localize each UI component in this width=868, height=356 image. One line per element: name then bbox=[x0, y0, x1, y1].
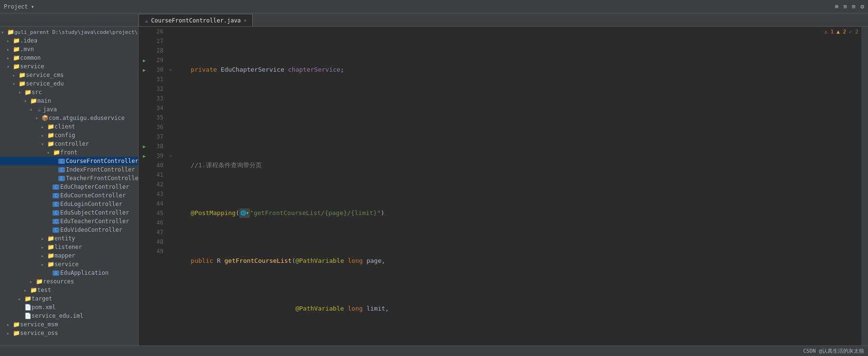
vertical-scrollbar[interactable] bbox=[861, 27, 868, 345]
sidebar-item-config[interactable]: ▸ 📁 config bbox=[0, 131, 138, 140]
sidebar-item-service-edu[interactable]: ▾ 📁 service_edu bbox=[0, 79, 138, 88]
sidebar-item-course-front-controller[interactable]: ▸ C CourseFrontController bbox=[0, 157, 138, 165]
code-line-27 bbox=[174, 113, 861, 122]
sidebar-item-label: .mvn bbox=[20, 46, 34, 53]
tab-bar: ☕ CourseFrontController.java ✕ bbox=[0, 13, 868, 27]
sidebar-item-service[interactable]: ▾ 📁 service bbox=[0, 62, 138, 71]
sidebar-item-label: config bbox=[54, 132, 75, 139]
sidebar-item-controller[interactable]: ▾ 📁 controller bbox=[0, 140, 138, 148]
tab-close-button[interactable]: ✕ bbox=[244, 18, 246, 23]
sidebar-item-label: target bbox=[32, 295, 52, 302]
code-line-30: public R getFrontCourseList(@PathVariabl… bbox=[174, 256, 861, 266]
sidebar-item-label: CourseFrontController bbox=[65, 158, 138, 164]
project-menu[interactable]: Project ▾ bbox=[4, 3, 34, 10]
editor-area: ⚠ 1 ▲ 2 ✓ 2 ▶ ▶ ▶ ▶ bbox=[139, 27, 868, 345]
sidebar-item-common[interactable]: ▸ 📁 common bbox=[0, 54, 138, 62]
sidebar-item-package[interactable]: ▾ 📦 com.atguigu.eduservice bbox=[0, 114, 138, 122]
sidebar-item-edu-login-controller[interactable]: ▸ C EduLoginController bbox=[0, 200, 138, 208]
sidebar-item-label: IndexFrontController bbox=[65, 166, 135, 173]
code-line-28: //1.课程条件查询带分页 bbox=[174, 161, 861, 170]
sidebar-item-edu-chapter-controller[interactable]: ▸ C EduChapterController bbox=[0, 183, 138, 191]
sidebar-item-idea[interactable]: ▸ 📁 .idea bbox=[0, 36, 138, 45]
editor-tab[interactable]: ☕ CourseFrontController.java ✕ bbox=[139, 14, 253, 26]
sidebar-item-src[interactable]: ▾ 📁 src bbox=[0, 88, 138, 97]
run-icon-2[interactable]: ▶ bbox=[143, 67, 146, 73]
error-green-indicator: ✓ 2 bbox=[849, 29, 858, 35]
sidebar-item-entity[interactable]: ▸ 📁 entity bbox=[0, 234, 138, 243]
sidebar-item-label: listener bbox=[54, 244, 82, 250]
layout-icon[interactable]: ≡ bbox=[844, 3, 847, 10]
chevron-down-icon: ▾ bbox=[31, 3, 34, 10]
sidebar-item-label: service bbox=[54, 261, 79, 268]
sidebar-item-resources[interactable]: ▸ 📁 resources bbox=[0, 277, 138, 286]
sidebar-item-label: java bbox=[43, 106, 57, 113]
sidebar-item-label: EduVideoController bbox=[59, 227, 122, 233]
sidebar-item-label: mapper bbox=[54, 252, 75, 259]
sidebar-item-label: EduSubjectController bbox=[59, 209, 129, 216]
java-file-icon: ☕ bbox=[145, 17, 148, 24]
project-label[interactable]: Project bbox=[4, 3, 28, 10]
sidebar-item-listener[interactable]: ▸ 📁 listener bbox=[0, 243, 138, 251]
sidebar-item-label: EduTeacherController bbox=[59, 218, 129, 225]
sidebar-item-label: EduApplication bbox=[59, 270, 108, 276]
sidebar-item-label: front bbox=[60, 149, 77, 156]
sidebar-item-test[interactable]: ▸ 📁 test bbox=[0, 286, 138, 294]
editor-gutter: ▶ ▶ ▶ ▶ bbox=[139, 27, 150, 345]
sidebar-item-service-oss[interactable]: ▸ 📁 service_oss bbox=[0, 329, 138, 337]
sidebar-item-edu-application[interactable]: ▸ A EduApplication bbox=[0, 269, 138, 277]
sidebar-tree: ▾ 📁 guli_parent D:\study\java\code\proje… bbox=[0, 27, 138, 338]
sidebar-item-label: EduLoginController bbox=[59, 201, 122, 207]
error-red-indicator: ⚠ 1 bbox=[824, 29, 834, 35]
sidebar-item-service-msm[interactable]: ▸ 📁 service_msm bbox=[0, 320, 138, 329]
top-bar: Project ▾ ⊕ ≡ ≡ ⚙ bbox=[0, 0, 868, 13]
sidebar-item-guli-parent[interactable]: ▾ 📁 guli_parent D:\study\java\code\proje… bbox=[0, 28, 138, 36]
csdn-watermark: CSDN @认真生活的灰太狼 bbox=[803, 347, 864, 355]
sidebar-item-mvn[interactable]: ▸ 📁 .mvn bbox=[0, 45, 138, 54]
run-icon-4[interactable]: ▶ bbox=[143, 153, 146, 159]
gear-icon[interactable]: ⚙ bbox=[860, 3, 864, 10]
sidebar-item-label: client bbox=[54, 123, 75, 130]
sidebar-item-index-front-controller[interactable]: ▸ C IndexFrontController bbox=[0, 165, 138, 174]
sidebar-item-label: EduChapterController bbox=[59, 183, 129, 190]
error-yellow-indicator: ▲ 2 bbox=[836, 29, 846, 35]
code-line-26: private EduChapterService chapterService… bbox=[174, 65, 861, 75]
run-icon-3[interactable]: ▶ bbox=[143, 144, 146, 149]
line-numbers: 26 27 28 29 30 31 32 33 34 35 36 37 38 3… bbox=[150, 27, 167, 345]
sidebar-item-teacher-front-controller[interactable]: ▸ C TeacherFrontController bbox=[0, 174, 138, 183]
sidebar-item-label: main bbox=[37, 97, 51, 104]
sidebar-item-label: EduCourseController bbox=[59, 192, 126, 199]
sidebar-item-label: com.atguigu.eduservice bbox=[49, 115, 125, 121]
sidebar-item-java[interactable]: ▾ ☕ java bbox=[0, 105, 138, 114]
sidebar-item-label: src bbox=[32, 89, 42, 96]
sidebar-item-edu-course-controller[interactable]: ▸ C EduCourseController bbox=[0, 191, 138, 200]
sidebar-item-label: test bbox=[37, 287, 51, 293]
sidebar-item-label: common bbox=[20, 54, 41, 61]
project-sidebar: ▾ 📁 guli_parent D:\study\java\code\proje… bbox=[0, 27, 139, 345]
sidebar-item-label: TeacherFrontController bbox=[65, 175, 138, 182]
sidebar-item-label: service_cms bbox=[26, 72, 64, 78]
sidebar-item-target[interactable]: ▸ 📁 target bbox=[0, 294, 138, 303]
sidebar-item-label: service_edu bbox=[26, 80, 64, 87]
sort-icon[interactable]: ≡ bbox=[852, 3, 856, 10]
sidebar-item-edu-video-controller[interactable]: ▸ C EduVideoController bbox=[0, 226, 138, 234]
sidebar-item-label: entity bbox=[54, 235, 75, 242]
sidebar-item-service-edu-iml[interactable]: ▸ 📄 service_edu.iml bbox=[0, 312, 138, 320]
sidebar-item-service-cms[interactable]: ▸ 📁 service_cms bbox=[0, 71, 138, 79]
sidebar-item-label: service_edu.iml bbox=[32, 313, 83, 319]
fold-area: — — bbox=[167, 27, 174, 345]
run-icon[interactable]: ▶ bbox=[143, 58, 146, 63]
sidebar-item-service-folder[interactable]: ▸ 📁 service bbox=[0, 260, 138, 269]
sidebar-item-front[interactable]: ▾ 📁 front bbox=[0, 148, 138, 157]
code-line-31: @PathVariable long limit, bbox=[174, 304, 861, 313]
sidebar-item-label: guli_parent D:\study\java\code\project\g… bbox=[14, 29, 138, 35]
sidebar-item-pom-xml[interactable]: ▸ 📄 pom.xml bbox=[0, 303, 138, 312]
code-content: private EduChapterService chapterService… bbox=[174, 27, 861, 345]
sidebar-item-client[interactable]: ▸ 📁 client bbox=[0, 122, 138, 131]
tab-label: CourseFrontController.java bbox=[151, 17, 241, 24]
sidebar-item-mapper[interactable]: ▸ 📁 mapper bbox=[0, 251, 138, 260]
status-bar: CSDN @认真生活的灰太狼 bbox=[0, 345, 868, 356]
sidebar-item-main[interactable]: ▾ 📁 main bbox=[0, 97, 138, 105]
settings-icon[interactable]: ⊕ bbox=[835, 3, 839, 10]
sidebar-item-edu-teacher-controller[interactable]: ▸ C EduTeacherController bbox=[0, 217, 138, 226]
sidebar-item-edu-subject-controller[interactable]: ▸ C EduSubjectController bbox=[0, 208, 138, 217]
